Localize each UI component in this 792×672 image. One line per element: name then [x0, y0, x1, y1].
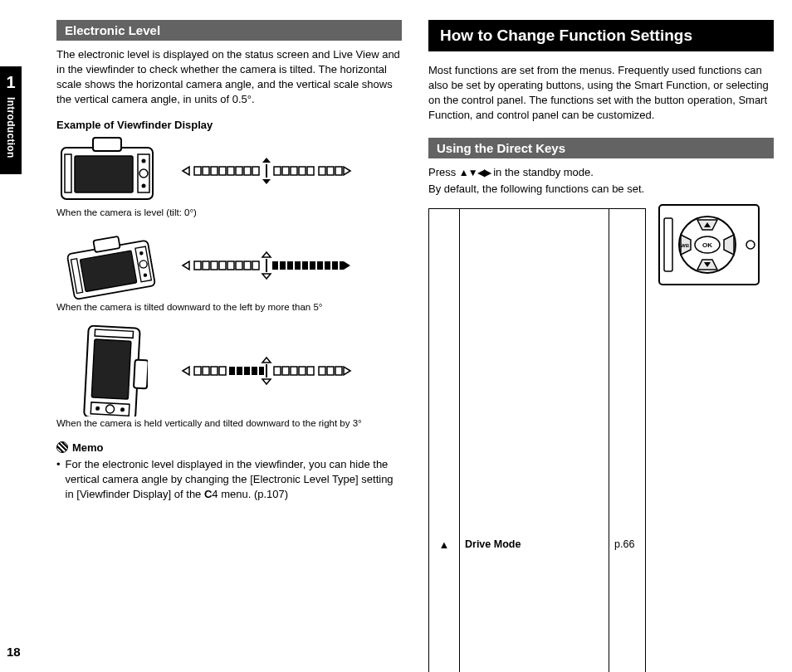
- example-2-caption: When the camera is tilted downward to th…: [56, 302, 402, 312]
- example-heading: Example of Viewfinder Display: [56, 119, 402, 131]
- camera-tilted-icon: [56, 231, 164, 300]
- svg-rect-7: [65, 154, 71, 192]
- svg-marker-40: [344, 261, 350, 270]
- direct-keys-table: ▲ Drive Mode p.66 ▼ Outdoor View Setting…: [428, 208, 646, 672]
- svg-rect-57: [332, 261, 338, 270]
- svg-rect-52: [295, 261, 301, 270]
- memo-list-left: For the electronic level displayed in th…: [56, 457, 402, 503]
- svg-rect-76: [274, 367, 281, 375]
- svg-rect-80: [307, 367, 314, 375]
- svg-rect-78: [291, 367, 297, 375]
- example-3-caption: When the camera is held vertically and t…: [56, 418, 402, 428]
- svg-rect-48: [252, 261, 259, 270]
- svg-rect-56: [325, 261, 330, 270]
- svg-rect-2: [75, 156, 133, 192]
- svg-rect-22: [291, 167, 297, 175]
- svg-point-6: [142, 183, 146, 187]
- chapter-title: Introduction: [5, 97, 17, 158]
- viewfinder-example-2: When the camera is tilted downward to th…: [56, 231, 402, 312]
- svg-marker-37: [262, 252, 271, 257]
- memo-icon: [56, 441, 68, 453]
- svg-marker-39: [183, 261, 189, 270]
- direct-keys-row: ▲ Drive Mode p.66 ▼ Outdoor View Setting…: [428, 203, 774, 672]
- svg-rect-1: [93, 138, 121, 151]
- viewfinder-example-3: When the camera is held vertically and t…: [56, 325, 402, 428]
- svg-rect-58: [340, 261, 344, 270]
- svg-rect-46: [236, 261, 242, 270]
- svg-rect-18: [244, 167, 251, 175]
- chapter-number: 1: [6, 73, 15, 92]
- svg-marker-11: [344, 167, 350, 175]
- level-scale-partial-left-icon: [179, 356, 354, 386]
- svg-rect-14: [211, 167, 218, 175]
- svg-rect-50: [280, 261, 286, 270]
- main-header-function-settings: How to Change Function Settings: [428, 20, 774, 51]
- svg-rect-72: [194, 367, 201, 375]
- svg-rect-55: [317, 261, 323, 270]
- table-row: ▲ Drive Mode p.66: [429, 208, 646, 672]
- svg-rect-73: [203, 367, 209, 375]
- memo-heading-left: Memo: [56, 441, 402, 454]
- section-header-direct-keys: Using the Direct Keys: [428, 138, 774, 158]
- svg-marker-69: [262, 379, 271, 384]
- svg-rect-62: [91, 339, 131, 399]
- drive-mode-label: Drive Mode: [460, 208, 609, 672]
- svg-rect-82: [327, 367, 334, 375]
- svg-rect-74: [211, 367, 218, 375]
- svg-rect-45: [227, 261, 234, 270]
- dpad-arrows-icon: ▲▼◀▶: [459, 167, 491, 178]
- svg-rect-91: [664, 218, 672, 271]
- svg-rect-81: [319, 367, 325, 375]
- svg-rect-79: [299, 367, 306, 375]
- page-ref: p.66: [609, 208, 646, 672]
- svg-rect-53: [302, 261, 308, 270]
- svg-rect-15: [219, 167, 226, 175]
- press-line: Press ▲▼◀▶ in the standby mode.: [428, 165, 774, 180]
- svg-rect-12: [194, 167, 201, 175]
- section-header-electronic-level: Electronic Level: [56, 20, 402, 41]
- svg-rect-67: [95, 329, 133, 338]
- svg-marker-10: [183, 167, 189, 175]
- svg-marker-70: [183, 367, 189, 375]
- electronic-level-intro: The electronic level is displayed on the…: [56, 47, 402, 107]
- svg-rect-24: [307, 167, 314, 175]
- example-1-caption: When the camera is level (tilt: 0°): [56, 207, 402, 217]
- camera-level-icon: [56, 136, 164, 206]
- svg-rect-84: [229, 367, 235, 375]
- svg-text:WB: WB: [681, 243, 690, 248]
- svg-rect-43: [211, 261, 218, 270]
- svg-rect-17: [236, 167, 242, 175]
- svg-rect-16: [227, 167, 234, 175]
- svg-rect-13: [203, 167, 209, 175]
- page-number: 18: [7, 645, 21, 659]
- memo-item: For the electronic level displayed in th…: [56, 457, 402, 503]
- svg-marker-9: [262, 179, 271, 184]
- right-column: How to Change Function Settings Most fun…: [428, 20, 774, 672]
- chapter-tab: 1 Introduction: [0, 66, 22, 174]
- default-line: By default, the following functions can …: [428, 182, 774, 197]
- svg-rect-20: [274, 167, 281, 175]
- svg-rect-26: [327, 167, 334, 175]
- svg-rect-47: [244, 261, 251, 270]
- svg-point-98: [746, 241, 755, 249]
- svg-rect-61: [134, 359, 148, 388]
- svg-rect-23: [299, 167, 306, 175]
- svg-marker-71: [344, 367, 350, 375]
- function-settings-intro: Most functions are set from the menus. F…: [428, 63, 774, 123]
- svg-rect-41: [194, 261, 201, 270]
- level-scale-centered-icon: [179, 156, 354, 186]
- svg-rect-86: [244, 367, 250, 375]
- svg-rect-21: [282, 167, 289, 175]
- control-pad-icon: OK WB: [658, 203, 760, 286]
- svg-rect-87: [252, 367, 257, 375]
- left-column: Electronic Level The electronic level is…: [56, 20, 402, 672]
- svg-rect-77: [282, 367, 289, 375]
- content-columns: Electronic Level The electronic level is…: [56, 20, 775, 672]
- svg-marker-68: [262, 358, 271, 363]
- svg-rect-75: [219, 367, 226, 375]
- svg-rect-44: [219, 261, 226, 270]
- svg-rect-54: [310, 261, 315, 270]
- arrow-up-icon: ▲: [429, 208, 460, 672]
- svg-rect-25: [319, 167, 325, 175]
- svg-rect-83: [335, 367, 342, 375]
